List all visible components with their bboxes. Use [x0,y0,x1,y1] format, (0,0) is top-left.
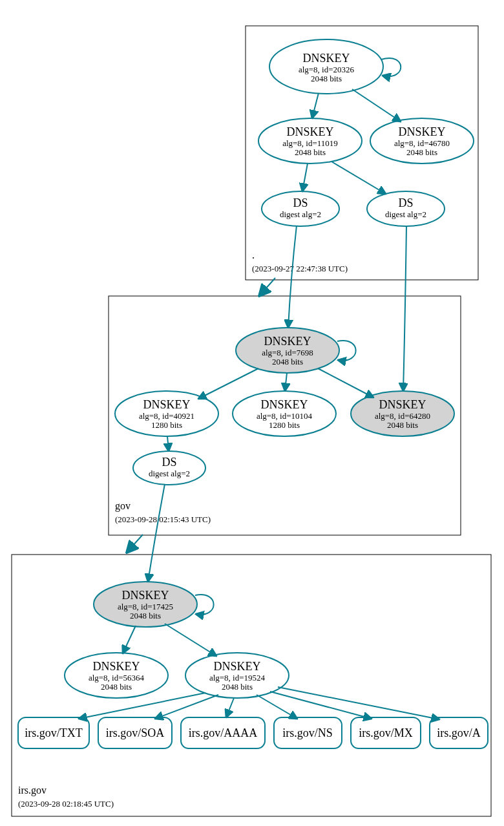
edge-7698-64280 [318,368,373,397]
record-soa: irs.gov/SOA [98,717,172,748]
svg-text:2048 bits: 2048 bits [272,357,303,366]
svg-text:alg=8, id=64280: alg=8, id=64280 [375,411,430,421]
edge-19524-aaaa [226,698,234,717]
node-dnskey-40921: DNSKEY alg=8, id=40921 1280 bits [115,391,218,436]
node-ds-gov: DS digest alg=2 [133,451,205,485]
node-dnskey-10104: DNSKEY alg=8, id=10104 1280 bits [233,391,336,436]
svg-text:1280 bits: 1280 bits [151,420,182,430]
svg-text:alg=8, id=17425: alg=8, id=17425 [118,602,173,611]
edge-root-to-gov-delegation [259,278,275,296]
svg-text:irs.gov/AAAA: irs.gov/AAAA [189,726,258,739]
svg-text:alg=8, id=46780: alg=8, id=46780 [394,138,450,148]
svg-text:2048 bits: 2048 bits [406,147,437,157]
zone-gov-ts: (2023-09-28 02:15:43 UTC) [115,514,211,524]
svg-text:1280 bits: 1280 bits [269,420,300,430]
svg-text:DS: DS [293,196,308,209]
svg-text:digest alg=2: digest alg=2 [385,209,426,219]
svg-text:DNSKEY: DNSKEY [213,660,260,673]
edge-dsR-64280 [403,226,406,391]
node-dnskey-17425: DNSKEY alg=8, id=17425 2048 bits [94,582,197,627]
edge-19524-ns [257,695,297,719]
svg-text:2048 bits: 2048 bits [130,611,161,620]
svg-text:irs.gov/A: irs.gov/A [437,726,481,739]
svg-text:DNSKEY: DNSKEY [302,52,350,65]
edge-17425-56364 [123,626,136,653]
node-dnskey-7698: DNSKEY alg=8, id=7698 2048 bits [236,328,339,373]
node-dnskey-46780: DNSKEY alg=8, id=46780 2048 bits [370,118,474,164]
svg-text:DS: DS [398,196,413,209]
svg-text:2048 bits: 2048 bits [311,74,342,83]
zone-root-ts: (2023-09-27 22:47:38 UTC) [252,264,348,273]
edge-11019-dsL [302,164,308,191]
svg-text:2048 bits: 2048 bits [101,682,132,692]
edge-19524-a [278,687,439,719]
svg-text:DNSKEY: DNSKEY [260,398,308,411]
node-ds-root-right: DS digest alg=2 [367,191,445,226]
zone-gov-label: gov [115,500,131,512]
svg-text:irs.gov/MX: irs.gov/MX [359,726,413,739]
svg-text:irs.gov/TXT: irs.gov/TXT [25,726,83,739]
svg-text:DNSKEY: DNSKEY [264,335,311,348]
edge-dsL-7698 [288,226,297,328]
zone-irsgov-ts: (2023-09-28 02:18:45 UTC) [18,799,114,809]
edge-40921-dsGov [167,436,169,451]
svg-text:DNSKEY: DNSKEY [398,125,445,138]
edge-7698-40921 [198,368,258,399]
svg-text:digest alg=2: digest alg=2 [280,209,321,219]
node-dnskey-64280: DNSKEY alg=8, id=64280 2048 bits [351,391,454,436]
svg-text:alg=8, id=20326: alg=8, id=20326 [299,65,355,74]
record-a: irs.gov/A [430,717,488,748]
record-mx: irs.gov/MX [351,717,421,748]
svg-text:irs.gov/NS: irs.gov/NS [282,726,333,739]
svg-text:2048 bits: 2048 bits [387,420,418,430]
svg-text:alg=8, id=7698: alg=8, id=7698 [262,348,313,357]
svg-text:DNSKEY: DNSKEY [121,589,169,602]
svg-text:alg=8, id=40921: alg=8, id=40921 [139,411,194,421]
svg-text:DNSKEY: DNSKEY [379,398,426,411]
node-dnskey-20326: DNSKEY alg=8, id=20326 2048 bits [269,39,383,94]
zone-irsgov-label: irs.gov [18,785,47,796]
svg-text:DNSKEY: DNSKEY [143,398,190,411]
node-dnskey-56364: DNSKEY alg=8, id=56364 2048 bits [65,653,168,698]
edge-17425-self [195,595,214,615]
record-txt: irs.gov/TXT [18,717,89,748]
node-dnskey-19524: DNSKEY alg=8, id=19524 2048 bits [185,653,289,698]
svg-text:DNSKEY: DNSKEY [92,660,140,673]
edge-19524-soa [155,695,218,719]
svg-text:2048 bits: 2048 bits [222,682,253,692]
edge-7698-self [337,341,356,361]
svg-text:2048 bits: 2048 bits [295,147,326,157]
edge-20326-self [381,58,401,76]
edge-11019-dsR [331,162,386,194]
svg-text:alg=8, id=19524: alg=8, id=19524 [209,673,266,683]
svg-text:DNSKEY: DNSKEY [286,125,333,138]
svg-text:alg=8, id=56364: alg=8, id=56364 [89,673,145,683]
svg-text:irs.gov/SOA: irs.gov/SOA [106,726,165,739]
edge-7698-10104 [285,373,287,391]
svg-text:DS: DS [162,456,176,469]
edge-20326-46780 [352,89,401,122]
svg-text:alg=8, id=11019: alg=8, id=11019 [282,138,338,148]
record-ns: irs.gov/NS [274,717,342,748]
edge-dsGov-17425 [148,484,165,582]
svg-text:alg=8, id=10104: alg=8, id=10104 [257,411,313,421]
edge-17425-19524 [165,624,216,656]
record-aaaa: irs.gov/AAAA [181,717,265,748]
edge-gov-to-irsgov-delegation [127,535,143,553]
node-dnskey-11019: DNSKEY alg=8, id=11019 2048 bits [258,118,362,164]
node-ds-root-left: DS digest alg=2 [262,191,339,226]
svg-text:digest alg=2: digest alg=2 [149,469,190,478]
edge-20326-11019 [312,93,319,118]
zone-root-label: . [252,249,255,260]
